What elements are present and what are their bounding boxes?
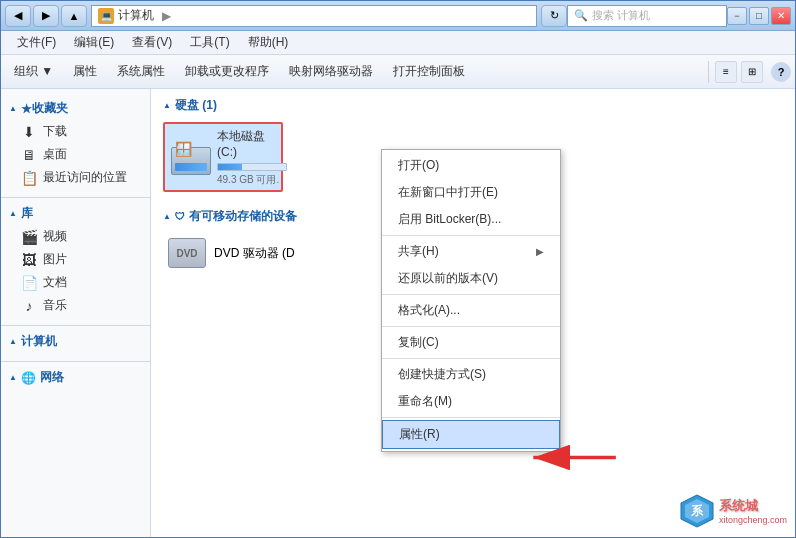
ctx-sep-4 [382,358,560,359]
view-icons-button[interactable]: ⊞ [741,61,763,83]
network-section: 🌐 网络 [1,366,150,389]
maximize-button[interactable]: □ [749,7,769,25]
help-button[interactable]: ? [771,62,791,82]
menu-tools[interactable]: 工具(T) [182,32,237,53]
sidebar-item-video[interactable]: 🎬 视频 [1,225,150,248]
c-drive-icon: 🪟 [169,137,209,177]
file-area: 硬盘 (1) 🪟 [151,89,795,537]
sidebar-item-pictures[interactable]: 🖼 图片 [1,248,150,271]
minimize-button[interactable]: － [727,7,747,25]
view-toggle-button[interactable]: ≡ [715,61,737,83]
sidebar-item-music[interactable]: ♪ 音乐 [1,294,150,317]
c-drive-progress [217,163,287,171]
sidebar-item-downloads[interactable]: ⬇ 下载 [1,120,150,143]
back-button[interactable]: ◀ [5,5,31,27]
ctx-properties-label: 属性(R) [399,426,440,443]
favorites-section: ★ 收藏夹 ⬇ 下载 🖥 桌面 📋 最近访问的位置 [1,97,150,189]
ctx-sep-3 [382,326,560,327]
address-arrow: ▶ [162,9,171,23]
recent-icon: 📋 [21,170,37,186]
documents-icon: 📄 [21,275,37,291]
sidebar-item-desktop[interactable]: 🖥 桌面 [1,143,150,166]
search-icon: 🔍 [574,9,588,22]
organize-button[interactable]: 组织 ▼ [5,58,62,86]
properties-button[interactable]: 属性 [64,58,106,86]
forward-icon: ▶ [42,9,50,22]
ctx-bitlocker[interactable]: 启用 BitLocker(B)... [382,206,560,233]
main-window: ◀ ▶ ▲ 💻 计算机 ▶ ↻ 🔍 搜索 计算机 － □ ✕ 文件( [0,0,796,538]
context-menu: 打开(O) 在新窗口中打开(E) 启用 BitLocker(B)... 共享(H… [381,149,561,452]
desktop-icon: 🖥 [21,147,37,163]
ctx-share-label: 共享(H) [398,243,439,260]
ctx-format[interactable]: 格式化(A)... [382,297,560,324]
computer-header[interactable]: 计算机 [1,330,150,353]
pictures-icon: 🖼 [21,252,37,268]
up-button[interactable]: ▲ [61,5,87,27]
ctx-open-new[interactable]: 在新窗口中打开(E) [382,179,560,206]
menu-help[interactable]: 帮助(H) [240,32,297,53]
ctx-open-label: 打开(O) [398,157,439,174]
content-area: ★ 收藏夹 ⬇ 下载 🖥 桌面 📋 最近访问的位置 [1,89,795,537]
ctx-share[interactable]: 共享(H) ▶ [382,238,560,265]
c-drive-text: 本地磁盘 (C:) 49.3 GB 可用. [217,128,287,187]
computer-section: 计算机 [1,330,150,353]
window-controls: － □ ✕ [727,7,791,25]
watermark: 系 系统城 xitongcheng.com [679,493,787,529]
ctx-open[interactable]: 打开(O) [382,152,560,179]
dvd-label: DVD 驱动器 (D [214,245,295,262]
ctx-rename[interactable]: 重命名(M) [382,388,560,415]
refresh-button[interactable]: ↻ [541,5,567,27]
sidebar-divider-1 [1,197,150,198]
favorites-header[interactable]: ★ 收藏夹 [1,97,150,120]
ctx-bitlocker-label: 启用 BitLocker(B)... [398,211,501,228]
titlebar: ◀ ▶ ▲ 💻 计算机 ▶ ↻ 🔍 搜索 计算机 － □ ✕ [1,1,795,31]
library-header[interactable]: 库 [1,202,150,225]
network-icon: 🌐 [21,371,36,385]
ctx-restore[interactable]: 还原以前的版本(V) [382,265,560,292]
ctx-shortcut-label: 创建快捷方式(S) [398,366,486,383]
uninstall-button[interactable]: 卸载或更改程序 [176,58,278,86]
map-drive-button[interactable]: 映射网络驱动器 [280,58,382,86]
ctx-sep-1 [382,235,560,236]
back-icon: ◀ [14,9,22,22]
c-drive-fill [218,164,242,170]
search-bar[interactable]: 🔍 搜索 计算机 [567,5,727,27]
toolbar-right: ≡ ⊞ ? [706,61,791,83]
ctx-copy[interactable]: 复制(C) [382,329,560,356]
separator [708,61,709,83]
sidebar: ★ 收藏夹 ⬇ 下载 🖥 桌面 📋 最近访问的位置 [1,89,151,537]
music-icon: ♪ [21,298,37,314]
sidebar-item-documents[interactable]: 📄 文档 [1,271,150,294]
ctx-rename-label: 重命名(M) [398,393,452,410]
ctx-copy-label: 复制(C) [398,334,439,351]
control-panel-button[interactable]: 打开控制面板 [384,58,474,86]
search-placeholder: 搜索 计算机 [592,8,650,23]
hard-drives-header[interactable]: 硬盘 (1) [163,97,783,114]
sidebar-divider-2 [1,325,150,326]
up-icon: ▲ [69,10,80,22]
downloads-icon: ⬇ [21,124,37,140]
svg-text:系: 系 [691,504,704,518]
ctx-shortcut[interactable]: 创建快捷方式(S) [382,361,560,388]
menu-file[interactable]: 文件(F) [9,32,64,53]
menu-view[interactable]: 查看(V) [124,32,180,53]
menu-edit[interactable]: 编辑(E) [66,32,122,53]
c-drive[interactable]: 🪟 本地磁盘 (C:) 49.3 GB 可用. [163,122,283,192]
system-properties-button[interactable]: 系统属性 [108,58,174,86]
close-button[interactable]: ✕ [771,7,791,25]
menubar: 文件(F) 编辑(E) 查看(V) 工具(T) 帮助(H) [1,31,795,55]
network-header[interactable]: 🌐 网络 [1,366,150,389]
ctx-share-arrow: ▶ [536,246,544,257]
shield-icon: 🛡 [175,211,185,222]
watermark-sub: xitongcheng.com [719,515,787,525]
address-bar[interactable]: 💻 计算机 ▶ [91,5,537,27]
star-icon: ★ [21,102,32,116]
watermark-text: 系统城 [719,497,787,515]
ctx-sep-5 [382,417,560,418]
ctx-restore-label: 还原以前的版本(V) [398,270,498,287]
forward-button[interactable]: ▶ [33,5,59,27]
address-text: 计算机 [118,7,154,24]
sidebar-divider-3 [1,361,150,362]
library-section: 库 🎬 视频 🖼 图片 📄 文档 ♪ 音乐 [1,202,150,317]
sidebar-item-recent[interactable]: 📋 最近访问的位置 [1,166,150,189]
